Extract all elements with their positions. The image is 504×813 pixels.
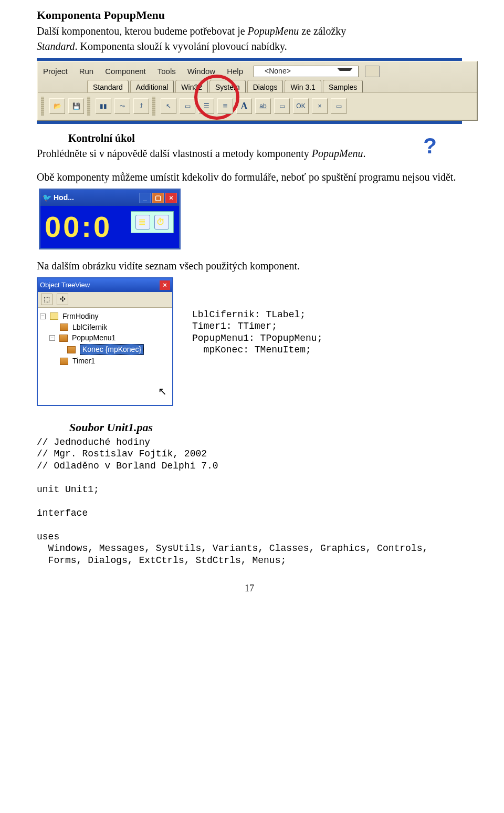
intro-standard: Standard (37, 40, 75, 52)
both-components-line1: Obě komponenty můžeme umístit kdekoliv d… (37, 170, 462, 184)
kontrol-text: Prohlédněte si v nápovědě další vlastnos… (37, 147, 462, 161)
unit-code-block: // Jednoduché hodiny // Mgr. Rostislav F… (37, 436, 462, 567)
edit-icon[interactable]: ab (255, 98, 271, 114)
chevron-down-icon (337, 68, 353, 75)
button-ok-icon[interactable]: OK (293, 98, 309, 114)
cursor-icon[interactable]: ↖ (161, 98, 176, 114)
tree-item-lbl[interactable]: LblCifernik (40, 322, 170, 333)
tree-konec-label: Konec {mpKonec} (80, 344, 144, 355)
menu-run[interactable]: Run (74, 64, 99, 79)
expand-minus-icon[interactable]: − (40, 314, 46, 319)
otv-titlebar: Object TreeView × (38, 278, 172, 292)
checkbox-icon[interactable]: × (312, 98, 328, 114)
intro-text-1: Další komponentou, kterou budeme potřebo… (37, 25, 248, 37)
tree-item-popup[interactable]: − PopupMenu1 (40, 332, 170, 343)
hod-miniwindow-screenshot: 🐦Hod... _ ▢ × 00:0 ≣ ⏱ (39, 189, 462, 249)
minimize-icon[interactable]: _ (139, 193, 151, 203)
component-cube-icon (60, 358, 68, 365)
project-selector-combo[interactable]: <None> (254, 66, 359, 77)
hod-title-text: 🐦Hod... (43, 193, 74, 203)
after-hod-text: Na dalším obrázku vidíte seznam všech po… (37, 259, 462, 273)
object-treeview-window: Object TreeView × ⬚ ✣ − FrmHodiny LblCif… (37, 277, 173, 406)
question-mark-icon: ? (423, 131, 437, 161)
radio-icon[interactable]: ▭ (331, 98, 346, 114)
open-icon[interactable]: 📂 (49, 98, 65, 114)
otv-tool-1-icon[interactable]: ⬚ (41, 294, 52, 305)
kontrol-t1: Prohlédněte si v nápovědě další vlastnos… (37, 148, 312, 159)
soubor-title: Soubor Unit1.pas (69, 420, 462, 435)
otv-tree: − FrmHodiny LblCifernik − PopupMenu1 Kon… (38, 308, 172, 405)
intro-text-2: ze záložky (299, 25, 346, 37)
cursor-arrow-icon: ↖ (40, 384, 170, 399)
close-icon[interactable]: × (160, 280, 170, 290)
kontrol-t2: . (363, 148, 366, 159)
grip-icon-2 (87, 97, 90, 116)
popupmenu-component-icon[interactable]: ≣ (135, 215, 150, 230)
tree-root[interactable]: − FrmHodiny (40, 311, 170, 322)
both-text: Obě komponenty můžeme umístit kdekoliv d… (37, 171, 456, 183)
otv-toolbar: ⬚ ✣ (38, 292, 172, 308)
close-icon[interactable]: × (165, 193, 177, 203)
kontrol-heading: Kontrolní úkol (68, 131, 462, 145)
component-cube-icon (67, 346, 76, 353)
intro-paragraph: Další komponentou, kterou budeme potřebo… (37, 24, 462, 38)
pause-icon[interactable]: ▮▮ (96, 98, 111, 114)
section-heading: Komponenta PopupMenu (37, 7, 462, 23)
tree-timer-label: Timer1 (72, 356, 95, 366)
kontrol-popupmenu: PopupMenu (312, 148, 363, 159)
expand-minus-icon[interactable]: − (49, 335, 55, 341)
timer-component-icon[interactable]: ⏱ (154, 215, 169, 230)
menu-tools[interactable]: Tools (152, 64, 181, 79)
tree-lbl-label: LblCifernik (72, 322, 107, 332)
combo-value: <None> (259, 64, 296, 78)
tree-item-timer[interactable]: Timer1 (40, 356, 170, 367)
hod-titlebar: 🐦Hod... _ ▢ × (40, 190, 179, 206)
stop-icon[interactable]: ⤴ (133, 98, 149, 114)
grip-icon (41, 97, 44, 116)
popupmenu-icon[interactable]: ≣ (217, 98, 233, 114)
declarations-code: LblCifernik: TLabel; Timer1: TTimer; Pop… (192, 309, 322, 356)
hod-time-value: 00:0 (45, 207, 112, 247)
memo-icon[interactable]: ▭ (274, 98, 290, 114)
delphi-toolbar-screenshot: Project Run Component Tools Window Help … (37, 61, 462, 121)
menu-project[interactable]: Project (38, 64, 73, 79)
tree-item-konec[interactable]: Konec {mpKonec} (40, 343, 170, 356)
step-icon[interactable]: ⤳ (114, 98, 130, 114)
hod-display: 00:0 ≣ ⏱ (40, 206, 179, 248)
palette-icons-row: 📂 💾 ▮▮ ⤳ ⤴ ↖ ▭ ☰ ≣ A ab ▭ OK × ▭ (38, 92, 477, 120)
otv-title-text: Object TreeView (40, 280, 90, 290)
component-cube-icon (60, 324, 68, 331)
intro-text-3: . Komponenta slouží k vyvolání plovoucí … (75, 40, 287, 52)
save-icon[interactable]: 💾 (68, 98, 84, 114)
grip-icon-3 (152, 97, 155, 116)
tree-popup-label: PopupMenu1 (72, 333, 116, 343)
hod-component-glyphs: ≣ ⏱ (131, 211, 174, 233)
component-cube-icon (59, 335, 68, 342)
toolbar-end-button[interactable] (365, 66, 380, 77)
intro-popupmenu: PopupMenu (248, 25, 299, 37)
frame-icon[interactable]: ▭ (180, 98, 195, 114)
menu-component[interactable]: Component (100, 64, 151, 79)
tree-root-label: FrmHodiny (62, 311, 98, 321)
page-number: 17 (37, 582, 462, 595)
otv-tool-2-icon[interactable]: ✣ (57, 294, 68, 305)
intro-paragraph-line2: Standard. Komponenta slouží k vyvolání p… (37, 39, 462, 54)
form-icon (50, 312, 58, 320)
menu-bar: Project Run Component Tools Window Help … (38, 64, 477, 79)
maximize-icon[interactable]: ▢ (152, 193, 164, 203)
